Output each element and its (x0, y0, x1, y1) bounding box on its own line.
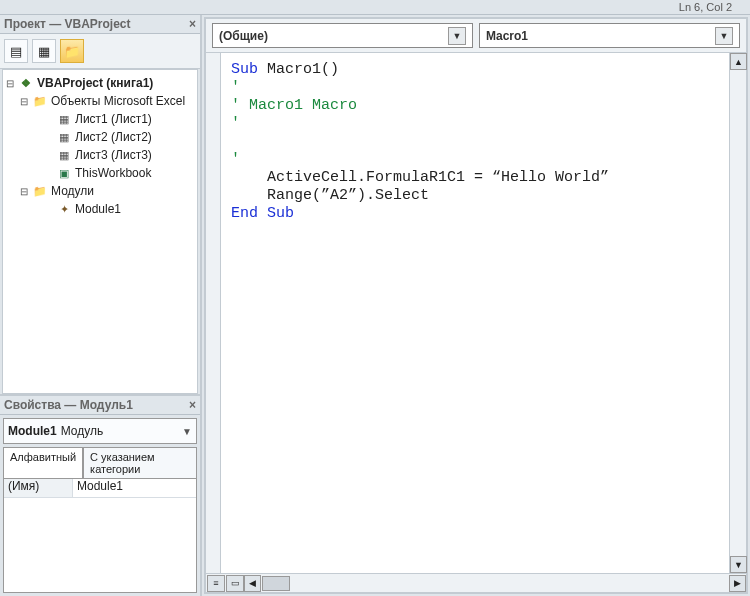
main-area: Проект — VBAProject × ▤ ▦ 📁 ⊟ ❖ VBAProje… (0, 15, 750, 596)
properties-object-dropdown[interactable]: Module1 Модуль ▼ (3, 418, 197, 444)
code-window: (Общие) ▼ Macro1 ▼ Sub Macro1() ' ' Macr… (204, 17, 748, 594)
code-text (258, 205, 267, 222)
project-toolbar: ▤ ▦ 📁 (0, 34, 200, 69)
dropdown-arrow-icon: ▼ (448, 27, 466, 45)
properties-object-type: Модуль (61, 424, 104, 438)
procedure-view-button[interactable]: ≡ (207, 575, 225, 592)
collapse-icon[interactable]: ⊟ (5, 78, 15, 89)
worksheet-icon: ▦ (57, 112, 71, 126)
keyword-sub: Sub (267, 205, 294, 222)
object-dropdown[interactable]: (Общие) ▼ (212, 23, 473, 48)
margin-indicator[interactable] (206, 53, 221, 573)
dropdown-arrow-icon: ▼ (715, 27, 733, 45)
cursor-position: Ln 6, Col 2 (679, 1, 732, 13)
project-explorer-title: Проект — VBAProject × (0, 15, 200, 34)
tab-alphabetic[interactable]: Алфавитный (3, 447, 83, 478)
project-tree[interactable]: ⊟ ❖ VBAProject (книга1) ⊟ 📁 Объекты Micr… (2, 69, 198, 394)
comment: ' (231, 151, 240, 168)
top-toolbar: Ln 6, Col 2 (0, 0, 750, 15)
tree-thisworkbook-label: ThisWorkbook (75, 166, 151, 180)
property-row-name[interactable]: (Имя) Module1 (4, 479, 196, 498)
tree-objects-label: Объекты Microsoft Excel (51, 94, 185, 108)
object-dropdown-value: (Общие) (219, 29, 268, 43)
properties-title: Свойства — Модуль1 × (0, 396, 200, 415)
code-text: ActiveCell.FormulaR1C1 = “Hello World” (231, 169, 609, 186)
tree-vbaproject-label: VBAProject (книга1) (37, 76, 153, 90)
code-dropdown-row: (Общие) ▼ Macro1 ▼ (206, 19, 746, 53)
property-value[interactable]: Module1 (73, 479, 196, 497)
tree-sheet1-label: Лист1 (Лист1) (75, 112, 152, 126)
view-object-button[interactable]: ▦ (32, 39, 56, 63)
properties-close-icon[interactable]: × (189, 398, 196, 412)
vba-project-icon: ❖ (19, 76, 33, 90)
tree-modules-label: Модули (51, 184, 94, 198)
workbook-icon: ▣ (57, 166, 71, 180)
module-icon: ✦ (57, 202, 71, 216)
procedure-dropdown-value: Macro1 (486, 29, 528, 43)
tree-sheet2-label: Лист2 (Лист2) (75, 130, 152, 144)
horizontal-scrollbar[interactable]: ≡ ▭ ◀ ▶ (206, 573, 746, 592)
property-key: (Имя) (4, 479, 73, 497)
project-explorer-label: Проект — VBAProject (4, 17, 131, 31)
folder-icon: 📁 (33, 184, 47, 198)
tree-sheet3[interactable]: ▦ Лист3 (Лист3) (5, 146, 195, 164)
properties-tabs: Алфавитный С указанием категории (3, 447, 197, 478)
vertical-scrollbar[interactable]: ▲ ▼ (729, 53, 746, 573)
scroll-down-icon[interactable]: ▼ (730, 556, 747, 573)
properties-object-name: Module1 (8, 424, 57, 438)
keyword-end: End (231, 205, 258, 222)
tree-sheet1[interactable]: ▦ Лист1 (Лист1) (5, 110, 195, 128)
code-text (231, 133, 240, 150)
code-text: Macro1() (258, 61, 339, 78)
scroll-left-icon[interactable]: ◀ (244, 575, 261, 592)
comment: ' (231, 79, 240, 96)
toggle-folders-button[interactable]: 📁 (60, 39, 84, 63)
folder-icon: 📁 (33, 94, 47, 108)
tree-sheet2[interactable]: ▦ Лист2 (Лист2) (5, 128, 195, 146)
comment: ' Macro1 Macro (231, 97, 357, 114)
tree-module1[interactable]: ✦ Module1 (5, 200, 195, 218)
scroll-up-icon[interactable]: ▲ (730, 53, 747, 70)
tree-modules-folder[interactable]: ⊟ 📁 Модули (5, 182, 195, 200)
tree-objects-folder[interactable]: ⊟ 📁 Объекты Microsoft Excel (5, 92, 195, 110)
scroll-thumb[interactable] (262, 576, 290, 591)
tree-thisworkbook[interactable]: ▣ ThisWorkbook (5, 164, 195, 182)
full-module-view-button[interactable]: ▭ (226, 575, 244, 592)
properties-pane: Свойства — Модуль1 × Module1 Модуль ▼ Ал… (0, 394, 200, 596)
worksheet-icon: ▦ (57, 130, 71, 144)
project-explorer-close-icon[interactable]: × (189, 17, 196, 31)
properties-label: Свойства — Модуль1 (4, 398, 133, 412)
view-code-button[interactable]: ▤ (4, 39, 28, 63)
code-editor[interactable]: Sub Macro1() ' ' Macro1 Macro ' ' Active… (221, 53, 729, 573)
tree-module1-label: Module1 (75, 202, 121, 216)
vbe-window: Ln 6, Col 2 Проект — VBAProject × ▤ ▦ 📁 … (0, 0, 750, 596)
code-text: Range(”A2”).Select (231, 187, 429, 204)
collapse-icon[interactable]: ⊟ (19, 96, 29, 107)
worksheet-icon: ▦ (57, 148, 71, 162)
dropdown-arrow-icon: ▼ (182, 426, 192, 437)
collapse-icon[interactable]: ⊟ (19, 186, 29, 197)
procedure-dropdown[interactable]: Macro1 ▼ (479, 23, 740, 48)
code-area: Sub Macro1() ' ' Macro1 Macro ' ' Active… (206, 53, 746, 573)
scroll-right-icon[interactable]: ▶ (729, 575, 746, 592)
tree-vbaproject[interactable]: ⊟ ❖ VBAProject (книга1) (5, 74, 195, 92)
comment: ' (231, 115, 240, 132)
properties-grid[interactable]: (Имя) Module1 (3, 478, 197, 593)
keyword-sub: Sub (231, 61, 258, 78)
left-column: Проект — VBAProject × ▤ ▦ 📁 ⊟ ❖ VBAProje… (0, 15, 202, 596)
tab-categorized[interactable]: С указанием категории (83, 447, 197, 478)
tree-sheet3-label: Лист3 (Лист3) (75, 148, 152, 162)
